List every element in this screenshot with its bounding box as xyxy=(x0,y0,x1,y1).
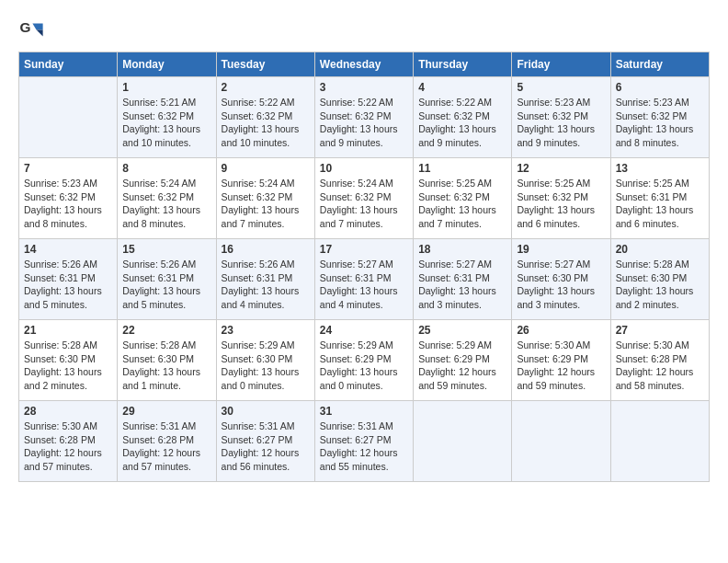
header-cell-sunday: Sunday xyxy=(19,52,118,77)
day-info: Sunrise: 5:30 AMSunset: 6:29 PMDaylight:… xyxy=(517,339,605,393)
day-info: Sunrise: 5:29 AMSunset: 6:29 PMDaylight:… xyxy=(418,339,506,393)
calendar-week-3: 14Sunrise: 5:26 AMSunset: 6:31 PMDayligh… xyxy=(19,239,710,320)
calendar-cell: 3Sunrise: 5:22 AMSunset: 6:32 PMDaylight… xyxy=(314,77,413,158)
calendar-cell: 31Sunrise: 5:31 AMSunset: 6:27 PMDayligh… xyxy=(314,401,413,482)
logo: G xyxy=(18,18,46,44)
calendar-cell: 4Sunrise: 5:22 AMSunset: 6:32 PMDaylight… xyxy=(414,77,512,158)
day-number: 31 xyxy=(320,405,408,418)
calendar-cell: 19Sunrise: 5:27 AMSunset: 6:30 PMDayligh… xyxy=(512,239,610,320)
calendar-cell: 25Sunrise: 5:29 AMSunset: 6:29 PMDayligh… xyxy=(414,320,512,401)
day-info: Sunrise: 5:23 AMSunset: 6:32 PMDaylight:… xyxy=(616,96,704,150)
day-info: Sunrise: 5:23 AMSunset: 6:32 PMDaylight:… xyxy=(24,177,112,231)
header-cell-saturday: Saturday xyxy=(610,52,709,77)
calendar-cell: 10Sunrise: 5:24 AMSunset: 6:32 PMDayligh… xyxy=(314,158,413,239)
day-number: 29 xyxy=(122,405,210,418)
calendar-cell: 1Sunrise: 5:21 AMSunset: 6:32 PMDaylight… xyxy=(118,77,216,158)
calendar-cell xyxy=(512,401,610,482)
day-info: Sunrise: 5:29 AMSunset: 6:30 PMDaylight:… xyxy=(222,339,310,393)
calendar-cell: 11Sunrise: 5:25 AMSunset: 6:32 PMDayligh… xyxy=(414,158,512,239)
day-info: Sunrise: 5:24 AMSunset: 6:32 PMDaylight:… xyxy=(222,177,310,231)
calendar-cell: 14Sunrise: 5:26 AMSunset: 6:31 PMDayligh… xyxy=(19,239,118,320)
calendar-cell: 22Sunrise: 5:28 AMSunset: 6:30 PMDayligh… xyxy=(118,320,216,401)
day-number: 25 xyxy=(418,324,506,337)
day-number: 5 xyxy=(517,81,605,94)
header-cell-tuesday: Tuesday xyxy=(216,52,314,77)
day-info: Sunrise: 5:28 AMSunset: 6:30 PMDaylight:… xyxy=(122,339,210,393)
day-info: Sunrise: 5:22 AMSunset: 6:32 PMDaylight:… xyxy=(418,96,506,150)
calendar-week-1: 1Sunrise: 5:21 AMSunset: 6:32 PMDaylight… xyxy=(19,77,710,158)
day-number: 11 xyxy=(418,162,506,175)
calendar-cell: 15Sunrise: 5:26 AMSunset: 6:31 PMDayligh… xyxy=(118,239,216,320)
day-number: 30 xyxy=(222,405,310,418)
day-number: 19 xyxy=(517,243,605,256)
day-number: 8 xyxy=(122,162,210,175)
day-number: 3 xyxy=(320,81,408,94)
day-number: 7 xyxy=(24,162,112,175)
calendar-body: 1Sunrise: 5:21 AMSunset: 6:32 PMDaylight… xyxy=(19,77,710,482)
day-number: 9 xyxy=(222,162,310,175)
logo-icon: G xyxy=(18,18,44,44)
day-info: Sunrise: 5:24 AMSunset: 6:32 PMDaylight:… xyxy=(320,177,408,231)
day-number: 24 xyxy=(320,324,408,337)
day-number: 18 xyxy=(418,243,506,256)
day-info: Sunrise: 5:27 AMSunset: 6:31 PMDaylight:… xyxy=(418,258,506,312)
day-info: Sunrise: 5:29 AMSunset: 6:29 PMDaylight:… xyxy=(320,339,408,393)
day-info: Sunrise: 5:31 AMSunset: 6:27 PMDaylight:… xyxy=(222,419,310,474)
calendar-cell: 26Sunrise: 5:30 AMSunset: 6:29 PMDayligh… xyxy=(512,320,610,401)
calendar-cell: 2Sunrise: 5:22 AMSunset: 6:32 PMDaylight… xyxy=(216,77,314,158)
day-info: Sunrise: 5:21 AMSunset: 6:32 PMDaylight:… xyxy=(122,96,210,150)
calendar-cell: 17Sunrise: 5:27 AMSunset: 6:31 PMDayligh… xyxy=(314,239,413,320)
calendar-cell: 24Sunrise: 5:29 AMSunset: 6:29 PMDayligh… xyxy=(314,320,413,401)
day-info: Sunrise: 5:30 AMSunset: 6:28 PMDaylight:… xyxy=(24,419,112,474)
calendar-cell xyxy=(610,401,709,482)
calendar-cell: 13Sunrise: 5:25 AMSunset: 6:31 PMDayligh… xyxy=(610,158,709,239)
day-info: Sunrise: 5:26 AMSunset: 6:31 PMDaylight:… xyxy=(222,258,310,312)
calendar-cell: 30Sunrise: 5:31 AMSunset: 6:27 PMDayligh… xyxy=(216,401,314,482)
calendar-cell: 29Sunrise: 5:31 AMSunset: 6:28 PMDayligh… xyxy=(118,401,216,482)
day-info: Sunrise: 5:27 AMSunset: 6:30 PMDaylight:… xyxy=(517,258,605,312)
calendar-cell xyxy=(19,77,118,158)
calendar-cell: 6Sunrise: 5:23 AMSunset: 6:32 PMDaylight… xyxy=(610,77,709,158)
calendar-cell: 18Sunrise: 5:27 AMSunset: 6:31 PMDayligh… xyxy=(414,239,512,320)
day-info: Sunrise: 5:28 AMSunset: 6:30 PMDaylight:… xyxy=(616,258,704,312)
day-info: Sunrise: 5:26 AMSunset: 6:31 PMDaylight:… xyxy=(24,258,112,312)
day-number: 23 xyxy=(222,324,310,337)
day-number: 15 xyxy=(122,243,210,256)
calendar-cell: 9Sunrise: 5:24 AMSunset: 6:32 PMDaylight… xyxy=(216,158,314,239)
calendar-cell: 28Sunrise: 5:30 AMSunset: 6:28 PMDayligh… xyxy=(19,401,118,482)
day-number: 22 xyxy=(122,324,210,337)
calendar-week-4: 21Sunrise: 5:28 AMSunset: 6:30 PMDayligh… xyxy=(19,320,710,401)
day-number: 26 xyxy=(517,324,605,337)
calendar-header: SundayMondayTuesdayWednesdayThursdayFrid… xyxy=(19,52,710,77)
calendar-week-2: 7Sunrise: 5:23 AMSunset: 6:32 PMDaylight… xyxy=(19,158,710,239)
calendar-cell: 16Sunrise: 5:26 AMSunset: 6:31 PMDayligh… xyxy=(216,239,314,320)
header-cell-monday: Monday xyxy=(118,52,216,77)
day-number: 17 xyxy=(320,243,408,256)
day-info: Sunrise: 5:26 AMSunset: 6:31 PMDaylight:… xyxy=(122,258,210,312)
day-number: 21 xyxy=(24,324,112,337)
day-number: 16 xyxy=(222,243,310,256)
day-info: Sunrise: 5:22 AMSunset: 6:32 PMDaylight:… xyxy=(320,96,408,150)
day-number: 10 xyxy=(320,162,408,175)
day-info: Sunrise: 5:28 AMSunset: 6:30 PMDaylight:… xyxy=(24,339,112,393)
day-info: Sunrise: 5:31 AMSunset: 6:27 PMDaylight:… xyxy=(320,419,408,474)
header-cell-wednesday: Wednesday xyxy=(314,52,413,77)
day-info: Sunrise: 5:27 AMSunset: 6:31 PMDaylight:… xyxy=(320,258,408,312)
calendar-cell: 5Sunrise: 5:23 AMSunset: 6:32 PMDaylight… xyxy=(512,77,610,158)
svg-text:G: G xyxy=(19,19,30,35)
calendar-cell: 23Sunrise: 5:29 AMSunset: 6:30 PMDayligh… xyxy=(216,320,314,401)
calendar-cell: 7Sunrise: 5:23 AMSunset: 6:32 PMDaylight… xyxy=(19,158,118,239)
day-number: 12 xyxy=(517,162,605,175)
day-number: 1 xyxy=(122,81,210,94)
calendar-cell: 12Sunrise: 5:25 AMSunset: 6:32 PMDayligh… xyxy=(512,158,610,239)
day-info: Sunrise: 5:25 AMSunset: 6:31 PMDaylight:… xyxy=(616,177,704,231)
day-number: 27 xyxy=(616,324,704,337)
day-number: 2 xyxy=(222,81,310,94)
header-cell-thursday: Thursday xyxy=(414,52,512,77)
day-info: Sunrise: 5:25 AMSunset: 6:32 PMDaylight:… xyxy=(517,177,605,231)
calendar-week-5: 28Sunrise: 5:30 AMSunset: 6:28 PMDayligh… xyxy=(19,401,710,482)
calendar-cell xyxy=(414,401,512,482)
day-number: 13 xyxy=(616,162,704,175)
day-number: 6 xyxy=(616,81,704,94)
day-number: 14 xyxy=(24,243,112,256)
